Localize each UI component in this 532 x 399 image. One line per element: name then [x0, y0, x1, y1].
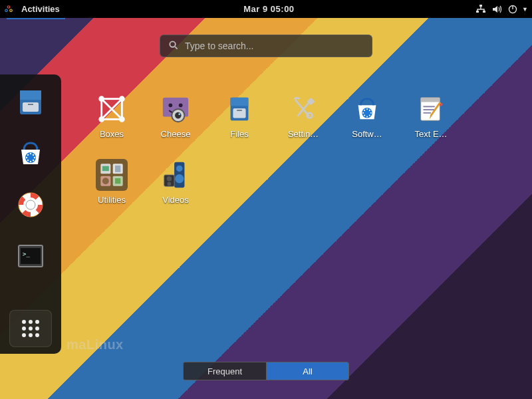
view-toggle: Frequent All	[183, 362, 349, 380]
svg-point-51	[307, 113, 313, 118]
svg-point-29	[35, 320, 39, 324]
settings-icon	[287, 93, 319, 125]
dash-files[interactable]	[12, 86, 49, 119]
svg-point-60	[369, 115, 370, 116]
dash-terminal[interactable]: >_	[12, 240, 49, 273]
system-tray[interactable]: ▼	[475, 4, 528, 15]
svg-point-16	[34, 157, 35, 158]
app-text-editor[interactable]: Text E…	[399, 93, 463, 139]
app-label: Softw…	[352, 129, 382, 139]
svg-point-34	[29, 333, 33, 337]
svg-point-0	[7, 5, 10, 8]
app-label: Utilities	[98, 195, 126, 205]
svg-point-19	[27, 160, 29, 161]
svg-point-76	[168, 182, 172, 186]
svg-point-59	[364, 115, 365, 116]
svg-point-31	[29, 327, 33, 331]
chevron-down-icon: ▼	[522, 6, 528, 13]
dash-help[interactable]	[12, 189, 49, 221]
svg-point-58	[369, 110, 370, 111]
app-cheese[interactable]: Cheese	[144, 93, 207, 139]
topbar-left: Activities	[4, 1, 63, 17]
svg-point-45	[175, 112, 182, 119]
svg-point-55	[362, 112, 364, 114]
app-settings[interactable]: Settin…	[271, 93, 335, 139]
files-icon	[223, 93, 255, 125]
svg-point-75	[167, 176, 172, 182]
distro-logo-icon	[4, 5, 13, 14]
volume-icon	[491, 4, 502, 15]
search-input[interactable]	[185, 41, 364, 51]
svg-rect-3	[479, 5, 482, 7]
distro-watermark: maLinux	[66, 337, 124, 352]
svg-point-18	[33, 154, 34, 156]
svg-rect-66	[115, 166, 120, 172]
svg-point-28	[29, 320, 33, 324]
svg-rect-11	[28, 104, 33, 105]
svg-point-35	[35, 333, 39, 337]
network-icon	[475, 4, 486, 15]
toggle-all[interactable]: All	[266, 362, 348, 380]
svg-rect-64	[102, 166, 109, 171]
svg-point-2	[10, 9, 13, 12]
svg-rect-4	[476, 11, 479, 13]
svg-rect-5	[483, 11, 485, 13]
svg-text:>_: >_	[23, 251, 30, 257]
videos-icon	[160, 159, 192, 191]
svg-point-72	[176, 166, 183, 172]
svg-rect-70	[115, 178, 120, 184]
search-bar[interactable]	[160, 35, 372, 57]
svg-point-57	[364, 110, 365, 111]
svg-rect-48	[231, 98, 249, 106]
app-utilities-folder[interactable]: Utilities	[80, 159, 144, 205]
activities-button[interactable]: Activities	[19, 1, 63, 17]
svg-point-27	[22, 320, 26, 324]
app-label: Text E…	[414, 129, 447, 139]
app-label: Settin…	[288, 129, 319, 139]
dash: >_	[0, 74, 61, 354]
svg-rect-50	[237, 110, 242, 111]
svg-point-17	[27, 154, 29, 156]
power-icon	[507, 4, 518, 15]
app-label: Files	[230, 129, 248, 139]
search-icon	[168, 40, 178, 52]
dash-show-apps[interactable]	[9, 310, 52, 347]
app-videos[interactable]: Videos	[144, 159, 207, 205]
svg-rect-62	[421, 98, 440, 102]
svg-point-1	[5, 9, 8, 12]
software-icon	[351, 93, 383, 125]
svg-point-30	[22, 327, 26, 331]
svg-point-42	[168, 103, 172, 107]
cheese-icon	[160, 93, 192, 125]
svg-point-14	[30, 161, 31, 162]
svg-rect-9	[20, 90, 41, 100]
text-editor-icon	[415, 93, 447, 125]
app-label: Videos	[162, 195, 189, 205]
app-boxes[interactable]: Boxes	[80, 93, 144, 139]
dash-software[interactable]	[12, 138, 49, 170]
svg-point-46	[178, 113, 180, 115]
svg-point-73	[175, 174, 184, 183]
svg-point-7	[170, 41, 175, 47]
clock[interactable]: Mar 9 05:00	[243, 4, 294, 14]
svg-point-54	[366, 116, 368, 117]
svg-point-33	[22, 333, 26, 337]
boxes-icon	[96, 93, 128, 125]
top-bar: Activities Mar 9 05:00 ▼	[0, 0, 532, 18]
app-grid: Boxes Cheese Files Settin… Softw… Text E…	[80, 93, 492, 205]
toggle-frequent[interactable]: Frequent	[184, 362, 266, 380]
utilities-folder-icon	[96, 159, 128, 191]
svg-point-15	[26, 157, 27, 158]
app-label: Cheese	[161, 129, 191, 139]
svg-point-56	[370, 112, 372, 114]
svg-point-68	[102, 178, 109, 184]
svg-point-23	[26, 200, 35, 209]
svg-point-32	[35, 327, 39, 331]
app-label: Boxes	[100, 129, 124, 139]
svg-point-20	[33, 160, 34, 161]
svg-point-53	[366, 108, 368, 110]
app-files[interactable]: Files	[207, 93, 271, 139]
svg-point-13	[30, 153, 31, 154]
app-software[interactable]: Softw…	[335, 93, 399, 139]
svg-point-43	[179, 103, 183, 107]
